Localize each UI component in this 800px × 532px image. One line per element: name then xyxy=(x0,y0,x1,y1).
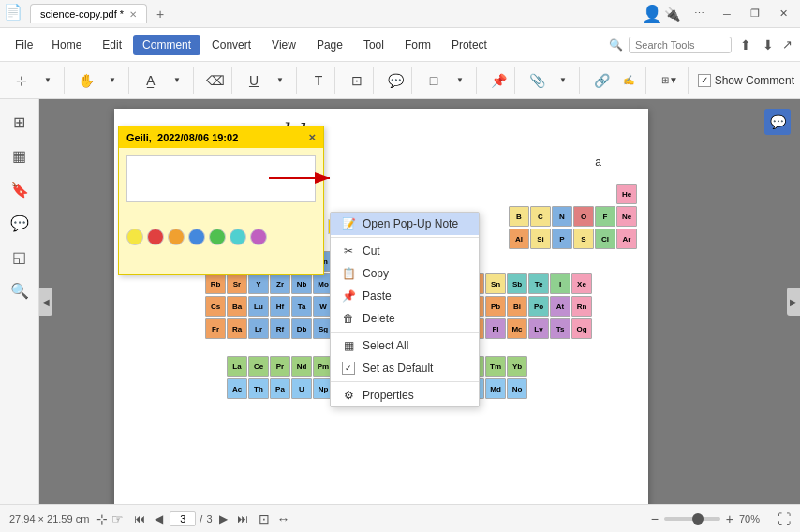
ctx-paste[interactable]: 📌 Paste xyxy=(331,285,479,307)
first-page-button[interactable]: ⏮ xyxy=(131,512,148,525)
callout-tool[interactable]: 💬 xyxy=(383,68,407,93)
ctx-open-popup-label: Open Pop-Up Note xyxy=(363,217,458,230)
eraser-tool[interactable]: ⌫ xyxy=(203,68,228,93)
show-comment-label: Show Comment xyxy=(715,74,794,87)
menu-form[interactable]: Form xyxy=(395,35,440,55)
cursor-tool-button[interactable]: ⊹ xyxy=(9,68,34,93)
panel-search-icon[interactable]: 🔍 xyxy=(5,275,35,305)
sticky-author-date: Geili, 2022/08/06 19:02 xyxy=(126,132,238,143)
menu-comment[interactable]: Comment xyxy=(133,35,200,55)
pdf-sub-text: a xyxy=(595,155,601,169)
menu-edit[interactable]: Edit xyxy=(93,35,131,55)
close-button[interactable]: ✕ xyxy=(770,5,796,23)
search-tools-input[interactable] xyxy=(629,37,732,53)
markup-dropdown[interactable]: ▼ xyxy=(165,68,189,93)
menu-home[interactable]: Home xyxy=(42,35,91,55)
tool-group-attach: 📎 ▼ xyxy=(521,67,580,94)
underline-tool[interactable]: U xyxy=(242,68,266,93)
page-number-input[interactable] xyxy=(170,511,196,526)
tool-group-misc: 🔗 ✍ xyxy=(585,67,646,94)
fit-page-button[interactable]: ⊡ xyxy=(259,511,270,526)
color-purple[interactable] xyxy=(250,229,267,245)
external-link-icon[interactable]: ↗ xyxy=(782,37,793,52)
select-cursor-icon[interactable]: ⊹ xyxy=(96,511,108,526)
window-controls: 👤 🔌 ⋯ ─ ❐ ✕ xyxy=(642,4,800,24)
attach-tool[interactable]: 📎 xyxy=(525,68,549,93)
panel-home-icon[interactable]: ⊞ xyxy=(5,107,35,137)
stamp-tool[interactable]: □ xyxy=(422,68,446,93)
restore-button[interactable]: ❐ xyxy=(742,5,768,23)
ctx-properties[interactable]: ⚙ Properties xyxy=(331,384,479,406)
menu-tool[interactable]: Tool xyxy=(354,35,393,55)
tool-group-underline: U ▼ xyxy=(238,67,297,94)
sign-tool[interactable]: ✍ xyxy=(615,68,642,93)
nav-back-button[interactable]: ⬆ xyxy=(737,37,754,52)
fit-width-button[interactable]: ↔ xyxy=(277,511,290,526)
hand-tool-button[interactable]: ✋ xyxy=(74,68,98,93)
color-teal[interactable] xyxy=(230,229,246,245)
ctx-set-default[interactable]: ✓ Set as Default xyxy=(331,357,479,379)
panel-bookmark-icon[interactable]: 🔖 xyxy=(5,174,35,204)
extension-icon[interactable]: 🔌 xyxy=(664,7,680,22)
dimensions-label: 27.94 × 21.59 cm xyxy=(9,513,89,525)
element-he: He xyxy=(616,184,637,204)
text-tool[interactable]: T xyxy=(306,68,331,93)
sticky-body xyxy=(119,148,323,223)
next-page-button[interactable]: ▶ xyxy=(216,512,230,525)
color-blue[interactable] xyxy=(188,229,205,245)
underline-dropdown[interactable]: ▼ xyxy=(268,68,292,93)
minimize-button[interactable]: ─ xyxy=(714,5,740,23)
textbox-tool[interactable]: ⊡ xyxy=(345,68,369,93)
ctx-select-all[interactable]: ▦ Select All xyxy=(331,334,479,357)
zoom-slider[interactable] xyxy=(664,517,720,521)
hand-cursor-icon[interactable]: ☞ xyxy=(111,511,124,526)
color-red[interactable] xyxy=(147,229,164,245)
ctx-open-popup-icon: 📝 xyxy=(342,217,355,230)
stamp-dropdown[interactable]: ▼ xyxy=(448,68,472,93)
panel-layers-icon[interactable]: ◱ xyxy=(5,242,35,272)
extra-tool[interactable]: ⊞▼ xyxy=(656,68,684,93)
cursor-dropdown[interactable]: ▼ xyxy=(36,68,60,93)
zoom-controls: − + 70% ⛶ xyxy=(651,511,791,526)
panel-annotation-icon[interactable]: 💬 xyxy=(5,208,35,238)
menu-view[interactable]: View xyxy=(262,35,305,55)
tool-group-stamp: □ ▼ xyxy=(418,67,477,94)
sticky-tool[interactable]: 📌 xyxy=(486,68,511,93)
nav-forward-button[interactable]: ⬇ xyxy=(760,37,777,52)
menu-page[interactable]: Page xyxy=(307,35,352,55)
color-orange[interactable] xyxy=(168,229,185,245)
active-tab[interactable]: science-copy.pdf * ✕ xyxy=(30,4,147,23)
sticky-close-button[interactable]: × xyxy=(308,130,316,144)
sticky-note: Geili, 2022/08/06 19:02 × xyxy=(118,126,324,275)
collapse-right-button[interactable]: ▶ xyxy=(787,288,800,316)
profile-icon[interactable]: 👤 xyxy=(642,4,662,24)
last-page-button[interactable]: ⏭ xyxy=(234,512,251,525)
menu-protect[interactable]: Protect xyxy=(442,35,496,55)
ctx-divider-3 xyxy=(331,381,479,382)
link-tool[interactable]: 🔗 xyxy=(589,68,614,93)
zoom-out-button[interactable]: − xyxy=(651,511,659,526)
color-green[interactable] xyxy=(209,229,226,245)
menu-file[interactable]: File xyxy=(7,35,40,55)
ctx-delete[interactable]: 🗑 Delete xyxy=(331,307,479,330)
collapse-left-button[interactable]: ◀ xyxy=(39,288,52,316)
zoom-thumb[interactable] xyxy=(692,513,704,525)
zoom-in-button[interactable]: + xyxy=(726,511,733,526)
panel-thumbnail-icon[interactable]: ▦ xyxy=(5,140,35,170)
color-yellow[interactable] xyxy=(126,229,143,245)
ctx-cut[interactable]: ✂ Cut xyxy=(331,240,479,262)
overflow-button[interactable]: ⋯ xyxy=(686,5,712,23)
menu-convert[interactable]: Convert xyxy=(202,35,260,55)
comment-panel-icon[interactable]: 💬 xyxy=(764,109,791,135)
new-tab-button[interactable]: + xyxy=(151,5,170,23)
measure-tool[interactable]: ▼ xyxy=(551,68,575,93)
zoom-level-display[interactable]: 70% xyxy=(739,513,772,525)
highlight-tool[interactable]: A̲ xyxy=(139,68,163,93)
prev-page-button[interactable]: ◀ xyxy=(152,512,166,525)
ctx-open-popup[interactable]: 📝 Open Pop-Up Note xyxy=(331,213,479,235)
expand-view-button[interactable]: ⛶ xyxy=(778,511,791,526)
tab-close-icon[interactable]: ✕ xyxy=(129,9,137,20)
hand-dropdown[interactable]: ▼ xyxy=(100,68,125,93)
show-comment-checkbox[interactable] xyxy=(698,74,711,87)
ctx-copy[interactable]: 📋 Copy xyxy=(331,262,479,285)
